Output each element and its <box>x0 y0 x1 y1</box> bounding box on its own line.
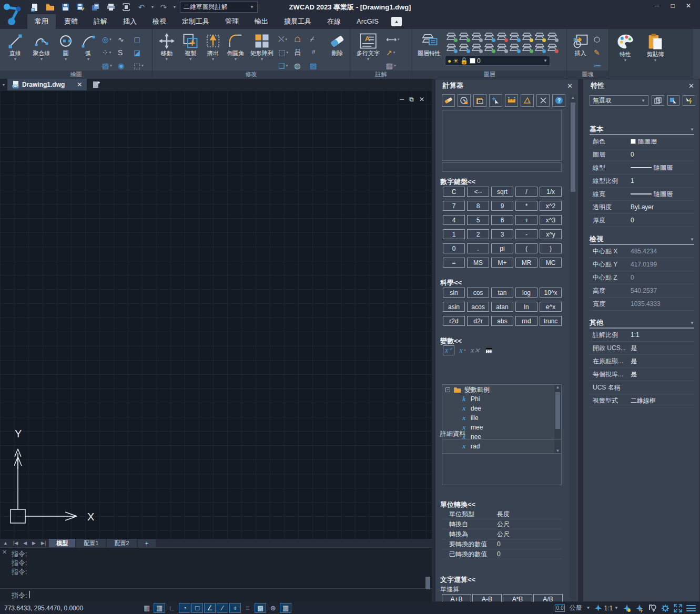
grid-toggle-icon[interactable]: ▦ <box>141 603 153 613</box>
preview-icon[interactable] <box>121 2 131 13</box>
calc-key[interactable]: / <box>515 187 537 197</box>
property-row[interactable]: 圖層0 <box>590 148 694 161</box>
section-view[interactable]: 檢視▼ <box>590 234 694 245</box>
calc-key[interactable]: abs <box>491 316 513 326</box>
close-button[interactable]: ✕ <box>684 2 693 9</box>
collapse-node-icon[interactable]: − <box>445 387 450 392</box>
calc-key[interactable]: trunc <box>540 316 562 326</box>
layer-delete-icon[interactable] <box>546 43 559 54</box>
drawing-canvas[interactable]: ─ ⧉ ✕ Y X <box>0 90 432 539</box>
line-button[interactable]: 直線▾ <box>3 31 27 70</box>
units-caret-icon[interactable]: ▼ <box>586 606 590 610</box>
calc-key[interactable]: ( <box>515 243 537 253</box>
redo-icon[interactable]: ↷ <box>158 2 169 13</box>
close-command-icon[interactable]: ✕ <box>2 549 7 556</box>
calc-key[interactable]: acos <box>467 302 489 312</box>
calc-key[interactable]: sin <box>443 288 465 298</box>
layer-lock-icon[interactable] <box>495 32 508 43</box>
command-scrollbar[interactable] <box>425 577 430 589</box>
section-other[interactable]: 其他▼ <box>590 318 694 329</box>
property-row[interactable]: 線寬隨圖層 <box>590 188 694 201</box>
units-row[interactable]: 轉換為公尺 <box>442 529 562 539</box>
tab-view[interactable]: 檢視 <box>145 14 174 29</box>
calc-key[interactable]: r2d <box>443 316 465 326</box>
new-variable-icon[interactable]: x⁺ <box>443 345 454 355</box>
property-row[interactable]: 中心點 Z0 <box>590 271 694 284</box>
section-basic[interactable]: 基本▼ <box>590 125 694 135</box>
variable-item[interactable]: xdee <box>442 404 561 413</box>
layer-properties-button[interactable]: 圖層特性 <box>415 31 443 70</box>
tab-home[interactable]: 常用 <box>27 14 56 29</box>
annotation-visibility-icon[interactable] <box>623 604 631 612</box>
undo-caret-icon[interactable]: ▾ <box>151 5 154 9</box>
layer-combo[interactable]: ● ☀ 🔓 0 ▼ <box>445 56 550 66</box>
property-row[interactable]: 中心點 X485.4234 <box>590 245 694 258</box>
property-row[interactable]: 線型比例1 <box>590 175 694 188</box>
layer-current-icon[interactable] <box>483 43 495 54</box>
layer-unlock-icon[interactable] <box>508 32 521 43</box>
fullscreen-icon[interactable] <box>674 604 682 612</box>
calculator-scrollbar[interactable]: ▲ <box>570 95 576 600</box>
units-row[interactable]: 已轉換的數值0 <box>442 549 562 559</box>
angle-icon[interactable] <box>521 94 534 107</box>
break-icon[interactable]: ⌿ <box>309 35 324 44</box>
donut-icon[interactable]: ◉ <box>117 62 133 70</box>
tab-custom-tools[interactable]: 定制工具 <box>175 14 217 29</box>
annotation-scale-control[interactable]: 1:1 ▼ <box>594 604 618 612</box>
layer-restore-icon[interactable] <box>521 43 533 54</box>
command-window[interactable]: ✕ 指令: 指令: 指令: 指令: <box>0 547 432 602</box>
calc-key[interactable]: 9 <box>491 201 513 211</box>
explode-icon[interactable]: ◍ <box>293 62 309 70</box>
calc-key[interactable]: - <box>515 229 537 239</box>
calculator-header[interactable]: 計算器 ✕ <box>435 79 578 92</box>
undo-icon[interactable]: ↶ <box>136 2 147 13</box>
layer-on-icon[interactable] <box>458 32 470 43</box>
tab-insert[interactable]: 插入 <box>116 14 144 29</box>
transparency-toggle-icon[interactable]: ▩ <box>255 603 266 613</box>
edit-variable-icon[interactable]: x⁺ <box>460 346 466 355</box>
snap-toggle-icon[interactable]: ▦ <box>154 603 165 613</box>
layer-isolate-icon[interactable] <box>470 32 483 43</box>
units-section-label[interactable]: 單位轉換<< <box>440 500 475 509</box>
polyline-edit-icon[interactable]: S <box>117 48 133 57</box>
layer-turn-on-all-icon[interactable] <box>521 32 533 43</box>
close-document-icon[interactable]: ✕ <box>77 81 82 88</box>
expand-command-icon[interactable]: ▲ <box>1 540 10 546</box>
property-row[interactable]: 高度540.2537 <box>590 284 694 298</box>
intersection-icon[interactable] <box>536 94 550 107</box>
tab-layout2[interactable]: 配置2 <box>107 539 136 548</box>
attributes-icon[interactable]: ≔ <box>593 62 606 70</box>
property-row[interactable]: 開啟 UCS...是 <box>590 342 694 355</box>
osnap-toggle-icon[interactable]: □ <box>191 603 203 613</box>
trim-icon[interactable]: ⤬▾ <box>277 35 293 44</box>
insert-block-button[interactable]: 插入 <box>570 31 591 70</box>
add-layout-button[interactable]: + <box>138 539 156 547</box>
property-row[interactable]: 透明度ByLayer <box>590 201 694 214</box>
spline-icon[interactable]: ∿ <box>117 35 133 44</box>
otrack-toggle-icon[interactable]: ∕ <box>217 603 228 613</box>
variables-section-label[interactable]: 變數<< <box>440 336 462 346</box>
numpad-section-label[interactable]: 數字鍵盤<< <box>440 177 475 187</box>
minimize-button[interactable]: ─ <box>653 2 661 9</box>
new-file-icon[interactable] <box>29 2 40 13</box>
workspace-combo[interactable]: 二維草圖與註解 ▼ <box>180 2 258 13</box>
calc-key[interactable]: 6 <box>491 215 513 225</box>
maximize-button[interactable]: □ <box>668 2 677 9</box>
match-properties-icon[interactable]: ▨ <box>309 62 324 70</box>
hatch-icon[interactable]: ▨▾ <box>101 62 117 70</box>
clipboard-panel-button[interactable]: 剪貼簿▾ <box>641 31 670 70</box>
ribbon-collapse-icon[interactable]: ▲ <box>391 17 402 26</box>
document-tab[interactable]: DWG Drawing1.dwg ✕ <box>7 79 87 90</box>
property-row[interactable]: UCS 名稱 <box>590 381 694 394</box>
status-menu-icon[interactable] <box>686 605 696 611</box>
move-button[interactable]: 移動▾ <box>156 31 178 70</box>
calc-key[interactable]: 0 <box>443 243 465 253</box>
calc-key[interactable]: sqrt <box>491 187 513 197</box>
property-row[interactable]: 中心點 Y417.0199 <box>590 258 694 271</box>
copy-icon[interactable] <box>90 2 101 13</box>
join-icon[interactable]: 〃 <box>309 48 324 57</box>
edit-polyline-icon[interactable]: ☖ <box>293 35 309 44</box>
calc-key[interactable]: 5 <box>467 215 489 225</box>
tab-layout1[interactable]: 配置1 <box>76 539 106 548</box>
property-row[interactable]: 註解比例1:1 <box>590 329 694 342</box>
